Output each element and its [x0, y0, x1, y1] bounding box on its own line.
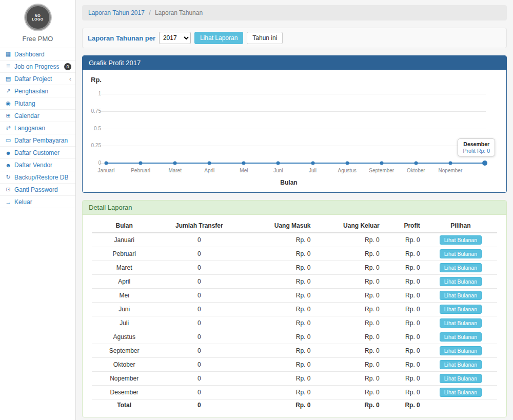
sidebar-item-daftar-pembayaran[interactable]: ▭Daftar Pembayaran	[0, 134, 75, 147]
table-wrap: BulanJumlah TransferUang MasukUang Kelua…	[83, 215, 506, 417]
cell-profit: Rp. 0	[384, 344, 424, 358]
cell-bulan: September	[92, 344, 156, 358]
data-point-mei[interactable]	[242, 162, 246, 165]
cell-uang-keluar: Rp. 0	[314, 261, 383, 275]
lihat-bulanan-button-pebruari[interactable]: Lihat Bulanan	[440, 249, 482, 258]
cell-profit: Rp. 0	[384, 358, 424, 372]
sidebar-item-label: Daftar Pembayaran	[14, 137, 68, 144]
sidebar-item-dashboard[interactable]: ▦Dashboard	[0, 48, 75, 61]
data-point-september[interactable]	[380, 162, 383, 165]
x-tick-label: Juni	[273, 168, 283, 173]
chevron-left-icon: ‹	[69, 75, 71, 82]
table-row-nopember: Nopember0Rp. 0Rp. 0Rp. 0Lihat Bulanan	[92, 372, 497, 386]
lihat-bulanan-button-juli[interactable]: Lihat Bulanan	[440, 318, 482, 328]
sidebar-item-langganan[interactable]: ⇄Langganan	[0, 122, 75, 134]
cell-bulan: Juli	[92, 316, 156, 330]
lihat-bulanan-button-desember[interactable]: Lihat Bulanan	[440, 388, 482, 397]
cell-profit: Rp. 0	[384, 275, 424, 289]
column-header-uang-masuk: Uang Masuk	[242, 219, 314, 233]
cell-jumlah-transfer: 0	[156, 344, 242, 358]
lihat-bulanan-button-juni[interactable]: Lihat Bulanan	[440, 305, 482, 314]
logo-text: NO LOGO	[31, 14, 45, 21]
cell-uang-masuk: Rp. 0	[242, 233, 314, 247]
chart-body: Rp. Desember Profit Rp: 0 00.250.50.751J…	[83, 70, 506, 192]
lihat-bulanan-button-maret[interactable]: Lihat Bulanan	[440, 263, 482, 272]
column-header-bulan: Bulan	[92, 219, 156, 233]
sidebar-item-penghasilan[interactable]: ↗Penghasilan	[0, 85, 75, 97]
sidebar-item-backup-restore-db[interactable]: ↻Backup/Restore DB	[0, 171, 75, 184]
sidebar-item-daftar-customer[interactable]: ☻Daftar Customer	[0, 147, 75, 159]
data-point-desember[interactable]	[482, 161, 487, 166]
sidebar-item-label: Ganti Password	[14, 186, 58, 193]
lihat-bulanan-button-nopember[interactable]: Lihat Bulanan	[440, 374, 482, 383]
cell-uang-masuk: Rp. 0	[242, 303, 314, 316]
x-tick-label: Mei	[240, 168, 248, 173]
table-row-desember: Desember0Rp. 0Rp. 0Rp. 0Lihat Bulanan	[92, 386, 497, 399]
data-point-pebruari[interactable]	[139, 162, 143, 165]
cell-jumlah-transfer: 0	[156, 358, 242, 372]
cell-profit: Rp. 0	[384, 303, 424, 316]
lihat-bulanan-button-oktober[interactable]: Lihat Bulanan	[440, 360, 482, 369]
data-point-oktober[interactable]	[414, 162, 418, 165]
cell-profit: Rp. 0	[384, 316, 424, 330]
data-point-maret[interactable]	[173, 162, 177, 165]
y-tick-label: 1	[86, 91, 101, 96]
data-point-agustus[interactable]	[345, 162, 349, 165]
grafik-profit-panel: Grafik Profit 2017 Rp. Desember Profit R…	[82, 55, 507, 193]
breadcrumb: Laporan Tahun 2017 / Laporan Tahunan	[82, 5, 507, 21]
cell-bulan: Pebruari	[92, 247, 156, 261]
cell-jumlah-transfer: 0	[156, 247, 242, 261]
data-point-juli[interactable]	[311, 162, 314, 165]
cell-uang-keluar: Rp. 0	[314, 344, 383, 358]
sidebar-item-calendar[interactable]: ⊞Calendar	[0, 110, 75, 122]
lihat-bulanan-button-mei[interactable]: Lihat Bulanan	[440, 291, 482, 300]
sidebar-item-job-on-progress[interactable]: ≣Job on Progress0	[0, 61, 75, 73]
cell-jumlah-transfer: 0	[156, 261, 242, 275]
lihat-bulanan-button-april[interactable]: Lihat Bulanan	[440, 277, 482, 286]
sidebar-item-keluar[interactable]: →Keluar	[0, 196, 75, 208]
cell-uang-keluar: Rp. 0	[314, 316, 383, 330]
cell-pilihan: Lihat Bulanan	[424, 275, 497, 289]
column-header-pilihan: Pilihan	[424, 219, 497, 233]
cell-pilihan: Lihat Bulanan	[424, 303, 497, 316]
cell-uang-keluar: Rp. 0	[314, 386, 383, 399]
payment-icon: ▭	[4, 137, 12, 144]
year-select[interactable]: 2017	[159, 32, 191, 44]
data-point-januari[interactable]	[105, 162, 108, 165]
lihat-bulanan-button-januari[interactable]: Lihat Bulanan	[440, 235, 482, 245]
cell-pilihan: Lihat Bulanan	[424, 344, 497, 358]
sidebar-item-ganti-password[interactable]: ⊡Ganti Password	[0, 184, 75, 196]
lihat-bulanan-button-agustus[interactable]: Lihat Bulanan	[440, 332, 482, 342]
lihat-bulanan-button-september[interactable]: Lihat Bulanan	[440, 346, 482, 355]
tahun-ini-button[interactable]: Tahun ini	[247, 32, 283, 44]
cell-uang-masuk: Rp. 0	[242, 289, 314, 303]
breadcrumb-separator: /	[149, 9, 150, 16]
data-point-juni[interactable]	[277, 162, 280, 165]
cell-pilihan: Lihat Bulanan	[424, 372, 497, 386]
cell-pilihan: Lihat Bulanan	[424, 247, 497, 261]
y-axis-title: Rp.	[91, 76, 487, 84]
data-point-nopember[interactable]	[448, 162, 452, 165]
sidebar-item-daftar-vendor[interactable]: ☻Daftar Vendor	[0, 159, 75, 171]
lock-icon: ⊡	[4, 186, 12, 193]
cell-uang-keluar: Rp. 0	[314, 303, 383, 316]
x-axis-title: Bulan	[91, 179, 487, 187]
cell-profit: Rp. 0	[384, 399, 424, 411]
users-icon: ☻	[4, 162, 12, 168]
table-row-oktober: Oktober0Rp. 0Rp. 0Rp. 0Lihat Bulanan	[92, 358, 497, 372]
sidebar-item-piutang[interactable]: ◉Piutang	[0, 97, 75, 110]
signout-icon: →	[4, 199, 12, 205]
data-point-april[interactable]	[208, 162, 211, 165]
table-icon: ▤	[4, 75, 12, 82]
sidebar-item-daftar-project[interactable]: ▤Daftar Project‹	[0, 73, 75, 85]
exchange-icon: ⇄	[4, 125, 12, 131]
table-row-april: April0Rp. 0Rp. 0Rp. 0Lihat Bulanan	[92, 275, 497, 289]
table-row-juni: Juni0Rp. 0Rp. 0Rp. 0Lihat Bulanan	[92, 303, 497, 316]
cell-pilihan: Lihat Bulanan	[424, 358, 497, 372]
cell-uang-masuk: Rp. 0	[242, 261, 314, 275]
lihat-laporan-button[interactable]: Lihat Laporan	[194, 32, 243, 44]
breadcrumb-link-laporan-tahun[interactable]: Laporan Tahun 2017	[88, 9, 145, 16]
cell-uang-masuk: Rp. 0	[242, 358, 314, 372]
filter-bar: Laporan Tahunan per 2017 Lihat Laporan T…	[82, 28, 507, 48]
cell-bulan: Oktober	[92, 358, 156, 372]
